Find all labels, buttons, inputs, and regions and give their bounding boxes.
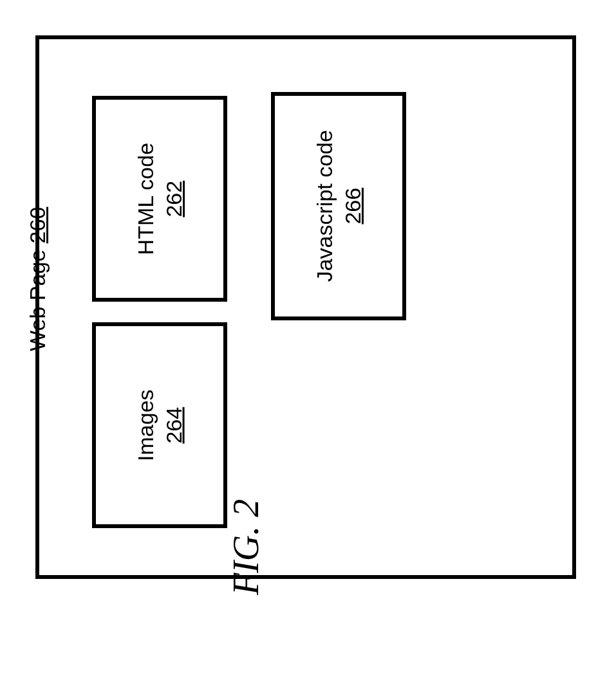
html-code-label: HTML code — [133, 143, 158, 255]
figure-caption: FIG. 2 — [225, 499, 266, 595]
html-code-number: 262 — [162, 181, 186, 217]
web-page-header: Web Page 260 — [25, 207, 50, 351]
js-number: 266 — [341, 188, 365, 224]
html-code-box: HTML code 262 — [92, 96, 227, 302]
images-box: Images 264 — [92, 322, 227, 528]
images-label-wrap: Images 264 — [131, 389, 188, 461]
images-label: Images — [133, 389, 158, 461]
web-page-container: Web Page 260 HTML code 262 Images 264 Ja… — [35, 35, 576, 579]
js-label-wrap: Javascript code 266 — [310, 130, 367, 282]
web-page-number: 260 — [25, 207, 50, 244]
web-page-label: Web Page — [25, 250, 50, 351]
javascript-code-box: Javascript code 266 — [271, 92, 406, 320]
images-number: 264 — [162, 407, 186, 444]
js-label: Javascript code — [312, 130, 337, 282]
html-code-label-wrap: HTML code 262 — [131, 143, 188, 255]
